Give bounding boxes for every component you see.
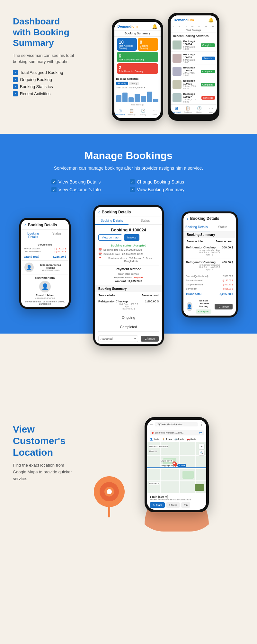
right-phone-screen: ‹ Booking Details Booking Details Status… (183, 213, 236, 316)
bar-2 (122, 93, 128, 102)
status-select[interactable]: Accepted ▾ (98, 335, 138, 342)
service-tax: Tax : 60.00 $ (98, 308, 159, 310)
booking-item-3[interactable]: Booking# 100029 4 Mar,2023 23:40 Complet… (171, 65, 217, 78)
steps-button[interactable]: ≡ Steps (166, 502, 180, 508)
map-bottom-card: 1 min (550 m) Fastest route now due to t… (147, 493, 206, 510)
payment-section-title: Payment Method (98, 265, 159, 271)
status-option-ongoing: Ongoing Completed (98, 313, 159, 332)
address-row: 📍 Service address : 593 Avenue 5, Dhaka,… (98, 257, 159, 263)
booking-date-row: 📅 Booking date : 23 Jan,2023 02:28 (98, 248, 159, 252)
section3-text: View Customer's Location Find the exact … (13, 417, 77, 482)
left-tab-status[interactable]: Status (45, 230, 69, 241)
bs-row-bottom: 2 Total Cancelled Booking (116, 63, 159, 74)
booking-thumb-5 (173, 93, 182, 102)
right-phone: ‹ Booking Details Booking Details Status… (182, 211, 238, 318)
right-tab-status[interactable]: Status (210, 223, 236, 231)
left-tab-details[interactable]: Booking Details (21, 230, 45, 241)
nav-more[interactable]: ⋯ More (149, 109, 161, 116)
right-phone-content: Booking Summary Service Info Service cos… (183, 231, 236, 297)
bar-6 (147, 92, 152, 102)
time-walk1: 👤 1 min (150, 438, 159, 441)
nav2-bookings[interactable]: 📋 Bookings (182, 106, 194, 113)
booking-summary-section: Booking Summary Service Info Service cos… (95, 285, 162, 311)
nav-bookings[interactable]: 📋 Bookings (126, 109, 137, 116)
map-label-road24: Road 24 (149, 450, 157, 452)
map-time-bubble: 1 min (177, 464, 186, 467)
center-tab-status[interactable]: Status (128, 217, 162, 224)
road-h1 (147, 455, 206, 456)
nav2-more[interactable]: ⋯ More (205, 106, 217, 113)
map-back-icon[interactable]: ← (150, 422, 154, 426)
time-bus: 🚌 8 min (174, 438, 184, 441)
start-navigation-button[interactable]: ▷ Start (150, 502, 165, 508)
swap-icon[interactable]: ⇄ (199, 431, 202, 434)
satellite-thumbnail (195, 484, 204, 491)
action-btn-row: View on map Invoice (98, 234, 159, 241)
bar-5 (141, 96, 146, 102)
section1-text: Dashboard with Booking Summary The servi… (13, 13, 77, 98)
booking-item-4[interactable]: Booking# 100031 23 Jan,2023 02:31 Comple… (171, 78, 217, 91)
feature-check-4: ✓ (130, 187, 135, 192)
dest-dot (152, 432, 154, 434)
booking-item-2[interactable]: Booking# 100053 5 May,2023 18:02 Accepte… (171, 52, 217, 65)
booking-item-5[interactable]: Booking# 100027 23 Jan,2023 02:31 Cancel… (171, 91, 217, 104)
phone1-notification-icon: 🔔 (152, 24, 157, 29)
tab-yearly[interactable]: Yearly (129, 82, 139, 85)
center-tab-details[interactable]: Booking Details (95, 217, 128, 225)
phone1-dashboard: Demandium 🔔 Booking Summary 10 Total Ass… (112, 19, 163, 121)
amount-row: Amount : 3,235.20 $ (98, 280, 159, 283)
discount-row: Service discount (-) 180.00 $ (24, 247, 66, 250)
pin-button[interactable]: Pin (181, 502, 190, 508)
more-options-icon[interactable]: ⋮ (199, 422, 204, 427)
booking-thumb-4 (173, 80, 182, 89)
provider-info-right: Ellison Cardenas Trading Accepted (194, 299, 213, 314)
back-icon-left[interactable]: ‹ (24, 222, 26, 228)
transport-times: 👤 1 min 🚶 1 min 🚌 8 min 🚗 (147, 436, 206, 442)
customer-avatar-left: 👤 (39, 281, 51, 292)
map-phone: ← LQDhaka Madinah Arabic... ⋮ 665/60 Rd … (145, 417, 209, 512)
booking-item-1[interactable]: Booking# 100054 5 May,2023 18:03 Complet… (171, 39, 217, 52)
nav2-history[interactable]: 🕐 History (194, 106, 205, 113)
phones-cluster: ‹ Booking Details Booking Details Status… (19, 205, 238, 359)
back-icon-right[interactable]: ‹ (187, 216, 188, 221)
change-status-row: Accepted ▾ Change (95, 334, 162, 344)
time-walk2: 🚶 1 min (162, 438, 172, 441)
nav-dashboard[interactable]: ⊞ Dashboard (114, 109, 126, 116)
chevron-down-icon: ▾ (134, 337, 136, 340)
booking-thumb-1 (173, 40, 182, 49)
back-icon-center[interactable]: ‹ (98, 210, 100, 215)
feature-check-1: ✓ (51, 179, 57, 184)
right-phone-tabs: Booking Details Status (183, 223, 236, 231)
eta-sub: Fastest route now due to traffic conditi… (150, 498, 204, 501)
left-phone-tabs: Booking Details Status (21, 230, 69, 241)
service-qty: Qty : 1 (98, 305, 159, 308)
total-assigned-num: 10 (119, 40, 135, 45)
invoice-button[interactable]: Invoice (124, 234, 140, 241)
right-change-button[interactable]: Change (215, 304, 233, 309)
svg-point-3 (107, 489, 112, 494)
map-label-1: Brindabon auto stand (149, 445, 168, 448)
change-button[interactable]: Change (141, 336, 159, 342)
service-price-label: Unit Price : 300.0 $ (98, 303, 159, 305)
coupon-row-right: Coupon discount (-) 515.20 $ (183, 282, 236, 287)
nav-history[interactable]: 🕐 History (137, 109, 149, 116)
view-on-map-button[interactable]: View on map (98, 234, 122, 241)
tax-row-right: Service tax (-) 515.20 $ (183, 287, 236, 291)
road-h3 (147, 480, 206, 481)
payment-status-row: Payment status : Unpaid (98, 276, 159, 279)
origin-address: LQDhaka Madinah Arabic... (155, 422, 198, 426)
nav2-dashboard[interactable]: ⊞ Dashboard (171, 106, 182, 113)
right-tab-details[interactable]: Booking Details (183, 223, 210, 231)
section3-view-location: View Customer's Location Find the exact … (0, 398, 257, 542)
booking-info-3: Booking# 100029 4 Mar,2023 23:40 (183, 66, 199, 76)
center-phone-content: Booking # 100024 View on map Invoice Boo… (95, 225, 162, 285)
zoom-in-button[interactable]: + (199, 444, 204, 449)
tab-monthly[interactable]: Monthly (116, 82, 128, 85)
phone2-logo: Demandium (174, 18, 194, 22)
cancelled-label: Total Cancelled Booking (119, 70, 156, 72)
search-map-button[interactable]: 🔍 (199, 450, 204, 455)
history2-icon: 🕐 (197, 106, 202, 111)
center-phone-tabs: Booking Details Status (95, 217, 162, 225)
center-phone-header: ‹ Booking Details (95, 207, 162, 217)
right-phone-header: ‹ Booking Details (183, 213, 236, 223)
